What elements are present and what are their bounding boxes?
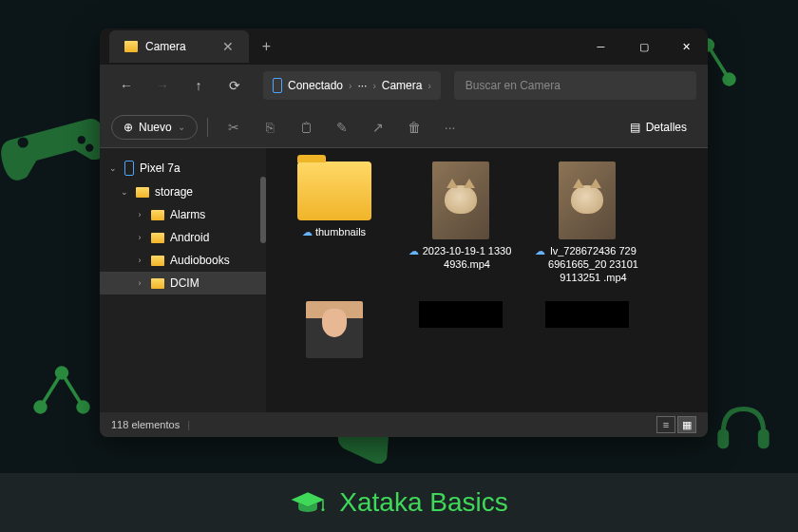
headphones-icon xyxy=(703,385,784,466)
chevron-right-icon[interactable]: › xyxy=(134,278,145,288)
video-thumbnail xyxy=(559,162,616,239)
breadcrumb-current[interactable]: Camera xyxy=(382,79,423,92)
cloud-icon: ☁ xyxy=(408,245,419,258)
search-placeholder: Buscar en Camera xyxy=(466,79,560,92)
tree-item-android[interactable]: › Android xyxy=(100,226,266,249)
new-tab-button[interactable]: + xyxy=(249,38,284,55)
folder-icon xyxy=(151,233,164,243)
details-label: Detalles xyxy=(646,121,687,134)
image-thumbnail xyxy=(306,301,363,358)
svg-point-1 xyxy=(78,136,86,143)
tree-label: Audiobooks xyxy=(170,254,230,267)
tree-item-dcim[interactable]: › DCIM xyxy=(100,272,266,294)
breadcrumb-root[interactable]: Conectado xyxy=(288,79,343,92)
svg-line-11 xyxy=(41,373,63,408)
chevron-down-icon[interactable]: ⌄ xyxy=(119,187,130,197)
chevron-down-icon: ⌄ xyxy=(178,122,185,132)
divider: | xyxy=(187,419,190,430)
titlebar: Camera ✕ + ─ ▢ ✕ xyxy=(100,28,708,65)
image-thumbnail xyxy=(545,301,629,328)
details-icon: ▤ xyxy=(630,121,640,134)
chevron-right-icon: › xyxy=(428,81,430,91)
file-video-1[interactable]: ☁ 2023-10-19-1 13304936.mp4 xyxy=(406,162,515,284)
item-count: 118 elementos xyxy=(111,419,180,430)
chevron-down-icon[interactable]: ⌄ xyxy=(107,163,119,173)
statusbar: 118 elementos | ≡ ▦ xyxy=(100,412,708,437)
details-button[interactable]: ▤ Detalles xyxy=(620,116,696,139)
forward-button[interactable]: → xyxy=(147,70,178,101)
footer-brand: Xataka Basics xyxy=(339,487,507,518)
tree-label: Pixel 7a xyxy=(140,162,180,175)
file-label: ☁ thumbnails xyxy=(302,226,366,239)
cut-button[interactable]: ✂ xyxy=(218,111,250,143)
close-tab-icon[interactable]: ✕ xyxy=(222,39,234,54)
tree-item-audiobooks[interactable]: › Audiobooks xyxy=(100,249,266,272)
sidebar-tree: ⌄ Pixel 7a ⌄ storage › Alarms › Android … xyxy=(100,148,266,412)
svg-line-12 xyxy=(62,373,84,408)
delete-button[interactable]: 🗑︎ xyxy=(398,111,430,143)
folder-icon xyxy=(124,41,138,52)
share-button[interactable]: ↗ xyxy=(362,111,394,143)
tree-label: Android xyxy=(170,231,209,244)
back-button[interactable]: ← xyxy=(111,70,142,101)
minimize-button[interactable]: ─ xyxy=(580,28,622,65)
breadcrumb[interactable]: Conectado › ··· › Camera › xyxy=(263,71,441,100)
svg-line-7 xyxy=(708,46,730,80)
tab-title: Camera xyxy=(145,40,186,53)
folder-thumbnails[interactable]: ☁ thumbnails xyxy=(279,162,389,284)
file-explorer-window: Camera ✕ + ─ ▢ ✕ ← → ↑ ⟳ Conectado › ···… xyxy=(100,28,708,437)
chevron-right-icon[interactable]: › xyxy=(134,210,145,219)
folder-icon xyxy=(151,210,164,220)
svg-point-17 xyxy=(322,508,325,511)
tree-label: DCIM xyxy=(170,276,200,290)
file-label: ☁ lv_728672436 7296961665_20 23101911325… xyxy=(535,245,639,284)
svg-rect-13 xyxy=(717,429,729,448)
tree-item-pixel7a[interactable]: ⌄ Pixel 7a xyxy=(100,156,266,180)
folder-icon xyxy=(151,278,164,289)
tree-label: Alarms xyxy=(170,208,205,221)
tab-camera[interactable]: Camera ✕ xyxy=(109,30,249,63)
video-thumbnail xyxy=(432,162,489,239)
svg-rect-14 xyxy=(758,429,770,448)
new-button[interactable]: ⊕ Nuevo ⌄ xyxy=(111,115,198,140)
file-item-partial[interactable] xyxy=(279,301,389,358)
navigation-bar: ← → ↑ ⟳ Conectado › ··· › Camera › Busca… xyxy=(100,65,708,106)
cloud-icon: ☁ xyxy=(302,226,313,239)
more-button[interactable]: ··· xyxy=(434,111,466,143)
tree-item-storage[interactable]: ⌄ storage xyxy=(100,180,266,203)
tree-item-alarms[interactable]: › Alarms xyxy=(100,203,266,226)
new-label: Nuevo xyxy=(139,121,172,134)
phone-icon xyxy=(124,161,134,176)
file-label: ☁ 2023-10-19-1 13304936.mp4 xyxy=(408,245,513,272)
file-item-partial[interactable] xyxy=(532,301,641,358)
refresh-button[interactable]: ⟳ xyxy=(219,70,250,101)
phone-icon xyxy=(273,78,282,93)
copy-button[interactable]: ⎘ xyxy=(254,111,286,143)
file-grid[interactable]: ☁ thumbnails ☁ 2023-10-19-1 13304936.mp4… xyxy=(266,148,708,412)
up-button[interactable]: ↑ xyxy=(183,70,214,101)
image-thumbnail xyxy=(419,301,503,328)
sidebar-scrollbar[interactable] xyxy=(260,177,266,243)
tree-label: storage xyxy=(155,185,193,199)
rename-button[interactable]: ✎ xyxy=(326,111,358,143)
chevron-right-icon: › xyxy=(349,81,352,91)
content-area: ⌄ Pixel 7a ⌄ storage › Alarms › Android … xyxy=(100,148,708,412)
grid-view-button[interactable]: ▦ xyxy=(677,416,696,433)
close-button[interactable]: ✕ xyxy=(665,28,708,65)
list-view-button[interactable]: ≡ xyxy=(656,416,675,433)
divider xyxy=(207,118,208,137)
search-input[interactable]: Buscar en Camera xyxy=(454,71,696,100)
chevron-right-icon[interactable]: › xyxy=(134,256,145,265)
network-icon-2 xyxy=(19,352,104,437)
view-toggles: ≡ ▦ xyxy=(656,416,696,433)
maximize-button[interactable]: ▢ xyxy=(622,28,665,65)
breadcrumb-ellipsis[interactable]: ··· xyxy=(357,79,367,92)
file-item-partial[interactable] xyxy=(406,301,515,358)
folder-icon xyxy=(136,187,149,198)
chevron-right-icon[interactable]: › xyxy=(134,233,145,242)
window-controls: ─ ▢ ✕ xyxy=(580,28,708,65)
chevron-right-icon: › xyxy=(372,81,375,91)
paste-button[interactable]: 📋︎ xyxy=(290,111,322,143)
file-video-2[interactable]: ☁ lv_728672436 7296961665_20 23101911325… xyxy=(532,162,641,284)
graduation-cap-icon xyxy=(290,489,326,516)
